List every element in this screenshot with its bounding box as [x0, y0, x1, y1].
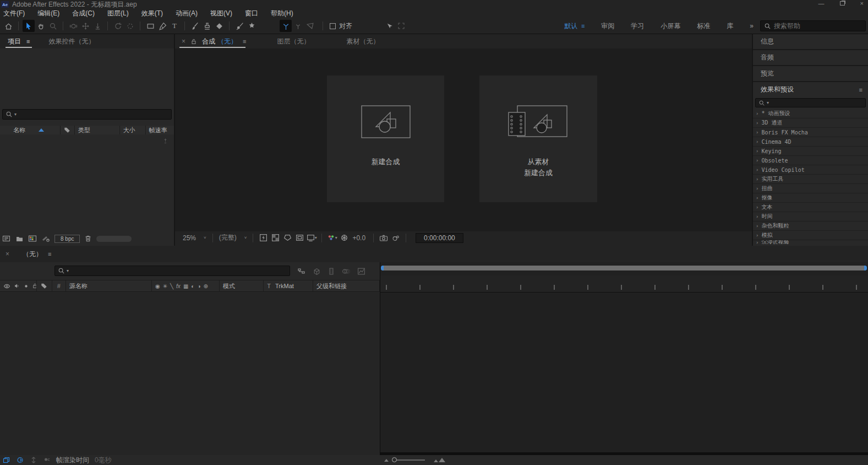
tab-composition[interactable]: 合成 [202, 37, 215, 46]
orbit-camera-tool[interactable] [67, 20, 79, 32]
world-axis-mode-button[interactable] [292, 20, 304, 32]
rectangle-tool[interactable] [144, 20, 156, 32]
render-queue-icon[interactable] [43, 456, 51, 464]
selection-tool[interactable] [23, 20, 35, 32]
motion-blur-switch-icon[interactable]: ◐ [191, 283, 194, 289]
mode-column[interactable]: 模式 [220, 280, 264, 292]
motion-blur-icon[interactable] [342, 267, 351, 275]
help-search-box[interactable] [760, 20, 866, 31]
exposure-icon[interactable] [338, 232, 350, 244]
workspace-standard[interactable]: 标准 [697, 21, 710, 31]
project-search-box[interactable]: ▾ [2, 109, 172, 120]
trkmat-column[interactable]: TTrkMat [264, 280, 313, 292]
workspace-small-screen[interactable]: 小屏幕 [660, 21, 680, 31]
snap-align-checkbox[interactable] [330, 23, 336, 29]
menu-view[interactable]: 视图(V) [210, 9, 232, 18]
timeline-tab[interactable]: （无） [23, 250, 42, 259]
parent-link-column[interactable]: 父级和链接 [313, 280, 380, 292]
close-tab-icon[interactable]: × [6, 250, 9, 258]
column-type[interactable]: 类型 [74, 126, 119, 134]
adjustment-layer-icon[interactable]: ◑ [197, 283, 200, 289]
close-tab-icon[interactable]: × [182, 37, 185, 45]
shy-icon[interactable]: ◉ [155, 283, 160, 289]
category-obsolete[interactable]: ›Obsolete [753, 156, 868, 165]
category-video-copilot[interactable]: ›Video Copilot [753, 165, 868, 175]
exposure-value[interactable]: +0.0 [352, 234, 365, 242]
frame-blend-icon[interactable]: ▦ [183, 283, 188, 289]
effects-presets-header[interactable]: 效果和预设 ≡ [753, 82, 868, 97]
minimize-button[interactable]: — [818, 0, 825, 7]
proxy-icon[interactable] [41, 235, 50, 242]
view-axis-mode-button[interactable] [304, 20, 316, 32]
list-view-icon[interactable] [2, 235, 11, 242]
mask-visibility-icon[interactable] [281, 232, 293, 244]
category-boris-fx-mocha[interactable]: ›Boris FX Mocha [753, 128, 868, 137]
preview-panel-header[interactable]: 预览 [753, 66, 868, 82]
local-axis-mode-button[interactable] [280, 20, 292, 32]
project-panel-menu-icon[interactable]: ≡ [26, 38, 30, 45]
timeline-ruler[interactable] [380, 275, 868, 293]
clone-stamp-tool[interactable] [201, 20, 213, 32]
category-utility[interactable]: ›实用工具 [753, 175, 868, 184]
color-depth-button[interactable]: 8 bpc [54, 235, 80, 243]
menu-animation[interactable]: 动画(A) [176, 9, 198, 18]
audio-panel-header[interactable]: 音频 [753, 50, 868, 66]
timeline-horizontal-scrollbar[interactable] [380, 265, 867, 271]
3d-layer-icon[interactable]: ⊕ [203, 283, 208, 289]
audio-speaker-icon[interactable] [14, 283, 20, 289]
category-text[interactable]: ›文本 [753, 203, 868, 212]
snap-cursor-icon[interactable] [383, 20, 395, 32]
close-button[interactable]: × [860, 0, 864, 7]
panel-scroll-pin-icon[interactable] [162, 138, 168, 144]
new-composition-icon[interactable] [28, 235, 37, 242]
timeline-panel-menu-icon[interactable]: ≡ [48, 251, 51, 257]
show-snapshot-icon[interactable] [390, 232, 402, 244]
workspace-default[interactable]: 默认 ≡ [564, 21, 585, 31]
layer-number-column[interactable]: # [52, 280, 66, 292]
in-out-panes-toggle[interactable] [30, 456, 37, 464]
zoom-in-icon[interactable] [434, 458, 445, 462]
fast-previews-icon[interactable] [257, 232, 269, 244]
composition-mini-flowchart-icon[interactable] [297, 267, 306, 275]
new-composition-from-footage-button[interactable]: 从素材 新建合成 [479, 75, 597, 202]
tab-effect-controls[interactable]: 效果控件（无） [48, 37, 95, 46]
camera-tool[interactable] [124, 20, 136, 32]
dolly-camera-tool[interactable] [91, 20, 103, 32]
viewer-panel-menu-icon[interactable]: ≡ [243, 38, 246, 45]
menu-help[interactable]: 帮助(H) [271, 9, 293, 18]
channel-settings-icon[interactable]: ▾ [326, 232, 338, 244]
category-noise-grain[interactable]: ›杂色和颗粒 [753, 221, 868, 231]
graph-editor-icon[interactable] [357, 267, 365, 275]
view-options-icon[interactable]: ▾ [305, 232, 318, 244]
fx-icon[interactable]: fx [176, 283, 181, 289]
quality-icon[interactable]: ╲ [170, 283, 173, 289]
new-folder-icon[interactable] [15, 235, 24, 242]
tab-project[interactable]: 项目 [8, 37, 21, 46]
timecode-display[interactable]: 0:00:00:00 [416, 233, 463, 243]
column-size[interactable]: 大小 [119, 126, 145, 134]
category-cinema-4d[interactable]: ›Cinema 4D [753, 137, 868, 147]
effects-panel-menu-icon[interactable]: ≡ [859, 86, 862, 93]
unlock-icon[interactable] [190, 38, 197, 45]
new-composition-button[interactable]: 新建合成 [327, 75, 444, 202]
menu-layer[interactable]: 图层(L) [107, 9, 129, 18]
zoom-out-icon[interactable] [384, 459, 389, 462]
category-time[interactable]: ›时间 [753, 212, 868, 221]
workspace-libraries[interactable]: 库 [727, 21, 733, 31]
collapse-transformations-icon[interactable]: ✳ [163, 283, 167, 289]
home-button[interactable] [2, 20, 14, 32]
rotate-tool[interactable] [112, 20, 124, 32]
tab-layer[interactable]: 图层（无） [277, 37, 310, 46]
category-keying[interactable]: ›Keying [753, 147, 868, 156]
tab-footage[interactable]: 素材（无） [346, 37, 379, 46]
label-column[interactable] [36, 280, 52, 292]
restore-button[interactable] [840, 0, 845, 7]
timeline-layers-empty-area[interactable] [0, 293, 380, 455]
text-tool[interactable]: T [168, 20, 181, 32]
snapshot-camera-icon[interactable] [378, 232, 390, 244]
solo-icon[interactable] [24, 284, 29, 289]
zoom-tool[interactable] [47, 20, 59, 32]
region-of-interest-icon[interactable] [293, 232, 305, 244]
menu-edit[interactable]: 编辑(E) [37, 9, 59, 18]
timeline-zoom-knob[interactable] [392, 457, 397, 462]
